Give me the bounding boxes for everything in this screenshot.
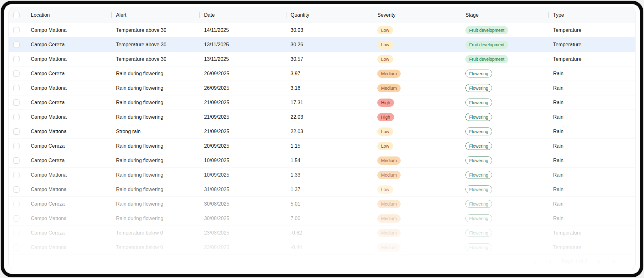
table-row[interactable]: Campo Cereza Temperature below 0 23/08/2… — [9, 226, 635, 240]
column-header-date[interactable]: Date — [200, 7, 286, 23]
table-row[interactable]: Campo Cereza Rain during flowering 26/09… — [9, 66, 635, 81]
chevron-right-icon — [596, 259, 602, 264]
row-checkbox-cell — [9, 157, 26, 164]
severity-badge: Low — [377, 142, 393, 150]
stage-badge: Flowering — [465, 229, 492, 237]
cell-date: 31/08/2025 — [200, 187, 286, 192]
cell-alert: Rain during flowering — [112, 172, 200, 178]
row-checkbox[interactable] — [13, 244, 19, 251]
row-checkbox-cell — [9, 244, 26, 251]
cell-date: 13/11/2025 — [200, 42, 286, 48]
row-checkbox[interactable] — [13, 56, 19, 62]
next-page-button[interactable] — [596, 258, 602, 265]
cell-alert: Temperature above 30 — [112, 42, 200, 48]
cell-location: Campo Cereza — [26, 158, 112, 163]
column-header-label: Type — [553, 12, 564, 18]
row-checkbox[interactable] — [13, 42, 19, 48]
column-header-alert[interactable]: Alert — [112, 7, 200, 23]
cell-stage: Fruit development — [461, 41, 549, 49]
stage-badge: Flowering — [465, 128, 492, 135]
stage-badge: Fruit development — [465, 26, 508, 34]
previous-page-button[interactable] — [547, 258, 553, 265]
stage-badge: Fruit development — [465, 55, 508, 63]
cell-stage: Flowering — [461, 156, 549, 164]
row-checkbox[interactable] — [13, 128, 19, 135]
row-checkbox[interactable] — [13, 201, 19, 207]
row-checkbox[interactable] — [13, 230, 19, 236]
table-row[interactable]: Campo Cereza Rain during flowering 21/09… — [9, 95, 635, 110]
cell-type: Temperature — [549, 245, 635, 250]
cell-location: Campo Mattona — [26, 56, 112, 62]
row-checkbox-cell — [9, 172, 26, 178]
cell-location: Campo Cereza — [26, 201, 112, 207]
row-checkbox[interactable] — [13, 186, 19, 193]
cell-date: 21/09/2025 — [200, 100, 286, 105]
cell-quantity: 30.03 — [286, 27, 373, 33]
cell-date: 30/08/2025 — [200, 216, 286, 221]
cell-alert: Temperature below 0 — [112, 230, 200, 236]
table-row[interactable]: Campo Mattona Rain during flowering 31/0… — [9, 182, 635, 197]
row-checkbox[interactable] — [13, 27, 19, 33]
row-checkbox-cell — [9, 42, 26, 48]
severity-badge: Low — [377, 55, 393, 63]
cell-stage: Flowering — [461, 99, 549, 106]
cell-stage: Flowering — [461, 185, 549, 193]
row-checkbox[interactable] — [13, 99, 19, 106]
table-row[interactable]: Campo Mattona Strong rain 21/09/2025 22.… — [9, 124, 635, 139]
column-header-type[interactable]: Type — [549, 7, 635, 23]
row-checkbox[interactable] — [13, 71, 19, 77]
table-row[interactable]: Campo Mattona Rain during flowering 30/0… — [9, 211, 635, 226]
table-row[interactable]: Campo Mattona Rain during flowering 21/0… — [9, 110, 635, 124]
severity-badge: Medium — [377, 229, 401, 237]
column-header-stage[interactable]: Stage — [461, 7, 549, 23]
cell-location: Campo Mattona — [26, 85, 112, 91]
cell-alert: Temperature above 30 — [112, 27, 200, 33]
table-row[interactable]: Campo Mattona Temperature below 0 23/08/… — [9, 240, 635, 255]
stage-badge: Flowering — [465, 156, 492, 164]
table-row[interactable]: Campo Mattona Rain during flowering 10/0… — [9, 168, 635, 182]
severity-badge: Medium — [377, 70, 401, 78]
cell-quantity: 22.03 — [286, 114, 373, 120]
column-header-location[interactable]: Location — [26, 7, 112, 23]
column-header-label: Alert — [116, 12, 126, 18]
column-header-severity[interactable]: Severity — [373, 7, 461, 23]
cell-severity: Low — [373, 55, 461, 63]
row-checkbox-cell — [9, 56, 26, 62]
row-checkbox[interactable] — [13, 143, 19, 149]
cell-quantity: 5.01 — [286, 201, 373, 207]
table-row[interactable]: Campo Cereza Rain during flowering 10/09… — [9, 153, 635, 168]
row-checkbox[interactable] — [13, 172, 19, 178]
table-row[interactable]: Campo Mattona Rain during flowering 26/0… — [9, 81, 635, 95]
row-checkbox[interactable] — [13, 85, 19, 91]
cell-severity: Medium — [373, 156, 461, 165]
row-checkbox-cell — [9, 114, 26, 120]
row-checkbox[interactable] — [13, 157, 19, 164]
severity-badge: Low — [377, 185, 393, 194]
row-checkbox[interactable] — [13, 114, 19, 120]
table-row[interactable]: Campo Cereza Rain during flowering 30/08… — [9, 197, 635, 211]
column-header-label: Severity — [377, 12, 396, 18]
table-row[interactable]: Campo Cereza Temperature above 30 13/11/… — [9, 37, 635, 52]
last-page-button[interactable] — [611, 258, 618, 265]
first-page-button[interactable] — [531, 258, 538, 265]
cell-location: Campo Mattona — [26, 172, 112, 178]
cell-alert: Rain during flowering — [112, 114, 200, 120]
table-row[interactable]: Campo Mattona Temperature above 30 14/11… — [9, 23, 635, 37]
row-checkbox-cell — [9, 71, 26, 77]
cell-alert: Strong rain — [112, 129, 200, 134]
row-checkbox[interactable] — [13, 215, 19, 222]
cell-stage: Flowering — [461, 171, 549, 179]
chevron-left-icon — [547, 259, 553, 264]
table-row[interactable]: Campo Cereza Rain during flowering 20/09… — [9, 139, 635, 153]
cell-severity: High — [373, 113, 461, 121]
cell-alert: Rain during flowering — [112, 216, 200, 221]
cell-stage: Flowering — [461, 128, 549, 135]
select-all-checkbox[interactable] — [13, 12, 19, 18]
cell-severity: Medium — [373, 229, 461, 237]
cell-severity: Low — [373, 26, 461, 34]
cell-severity: High — [373, 99, 461, 107]
table-row[interactable]: Campo Mattona Temperature above 30 13/11… — [9, 52, 635, 66]
cell-severity: Low — [373, 185, 461, 194]
pagination-bar: Page 1 of 5 — [9, 254, 635, 269]
column-header-quantity[interactable]: Quantity — [286, 7, 373, 23]
